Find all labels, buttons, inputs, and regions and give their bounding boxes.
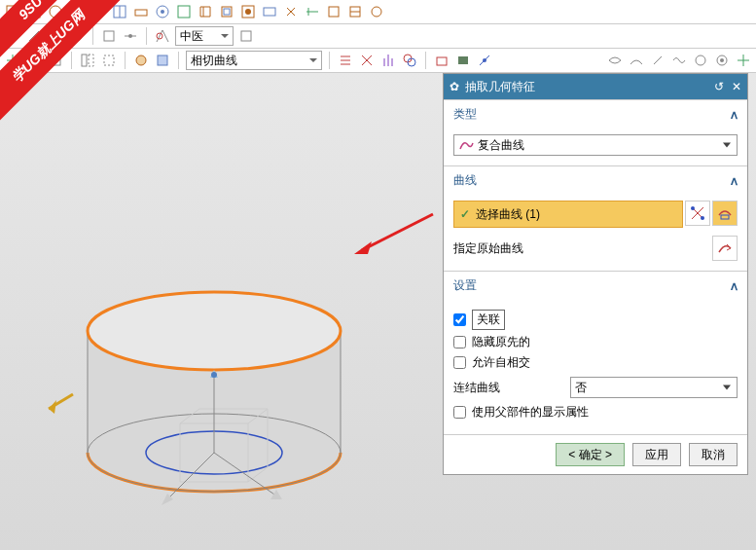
tb3-icon-r7[interactable] xyxy=(735,52,752,69)
svg-point-17 xyxy=(372,7,381,17)
svg-rect-25 xyxy=(89,55,93,66)
cancel-button[interactable]: 取消 xyxy=(689,443,738,466)
divider xyxy=(329,52,330,69)
gear-icon: ✿ xyxy=(450,80,459,93)
svg-rect-28 xyxy=(158,55,167,65)
tb-icon-18[interactable] xyxy=(368,3,385,20)
section-type-head[interactable]: 类型 ʌ xyxy=(444,100,747,128)
svg-point-51 xyxy=(691,206,695,210)
tb-icon-8[interactable] xyxy=(154,3,171,20)
panel-header[interactable]: ✿ 抽取几何特征 ↺ ✕ xyxy=(444,74,747,99)
chevron-up-icon: ʌ xyxy=(731,174,738,188)
join-combo[interactable]: 否 xyxy=(570,377,738,398)
cylinder-model xyxy=(68,277,360,540)
parent-disp-label: 使用父部件的显示属性 xyxy=(472,404,589,421)
svg-marker-47 xyxy=(270,490,282,499)
section-curve-head[interactable]: 曲线 ʌ xyxy=(444,166,747,195)
tb3-icon-8[interactable] xyxy=(337,52,354,69)
assoc-checkbox[interactable] xyxy=(453,313,466,326)
chevron-up-icon: ʌ xyxy=(731,108,738,122)
chevron-up-icon: ʌ xyxy=(731,279,738,293)
divider xyxy=(125,52,126,69)
tb3-icon-9[interactable] xyxy=(358,52,376,69)
tb2-icon-5[interactable] xyxy=(100,27,118,45)
section-type-title: 类型 xyxy=(453,106,477,123)
select-intent-btn[interactable] xyxy=(685,201,710,226)
svg-rect-53 xyxy=(721,215,729,219)
extract-geometry-panel: ✿ 抽取几何特征 ↺ ✕ 类型 ʌ 复合曲线 曲线 ʌ ✓ 选择曲线 xyxy=(443,73,748,475)
hide-orig-label: 隐藏原先的 xyxy=(472,334,530,350)
tb2-icon-8[interactable] xyxy=(237,27,255,45)
svg-rect-32 xyxy=(458,56,468,64)
orig-curve-btn[interactable] xyxy=(712,236,738,261)
svg-rect-26 xyxy=(104,55,114,65)
section-settings-title: 设置 xyxy=(453,277,477,294)
section-curve-title: 曲线 xyxy=(453,172,477,189)
panel-title: 抽取几何特征 xyxy=(465,79,535,95)
tb-icon-16[interactable] xyxy=(325,3,342,20)
tb3-icon-4[interactable] xyxy=(79,52,96,69)
assoc-label: 关联 xyxy=(472,310,505,330)
svg-rect-11 xyxy=(224,9,230,15)
select-curve-row[interactable]: ✓ 选择曲线 (1) xyxy=(453,201,683,228)
svg-rect-24 xyxy=(82,55,87,66)
tb3-icon-5[interactable] xyxy=(100,52,118,69)
filter-dropdown[interactable]: 相切曲线 xyxy=(186,51,322,70)
tb3-icon-r5[interactable] xyxy=(692,52,709,69)
tb-icon-11[interactable] xyxy=(218,3,235,20)
ok-button[interactable]: < 确定 > xyxy=(556,443,625,466)
tb3-icon-7[interactable] xyxy=(154,52,171,69)
svg-point-48 xyxy=(211,372,217,378)
svg-point-36 xyxy=(720,58,724,62)
tb3-icon-r6[interactable] xyxy=(713,52,731,69)
tb3-icon-11[interactable] xyxy=(401,52,418,69)
tb-icon-14[interactable] xyxy=(282,3,300,20)
divider xyxy=(92,27,93,45)
orig-curve-label: 指定原始曲线 xyxy=(453,240,523,257)
select-sketch-btn[interactable] xyxy=(712,201,738,226)
tb-icon-7[interactable] xyxy=(132,3,150,20)
type-combo-label: 复合曲线 xyxy=(478,137,524,154)
check-icon: ✓ xyxy=(460,207,470,221)
svg-point-34 xyxy=(696,55,705,65)
svg-point-13 xyxy=(245,9,251,15)
svg-point-8 xyxy=(161,10,164,14)
divider xyxy=(425,52,426,69)
tb3-icon-r2[interactable] xyxy=(628,52,645,69)
lang-dropdown[interactable]: 中医 xyxy=(175,26,234,46)
self-int-checkbox[interactable] xyxy=(453,356,466,369)
parent-disp-checkbox[interactable] xyxy=(453,406,466,419)
tb3-icon-14[interactable] xyxy=(476,52,493,69)
button-bar: < 确定 > 应用 取消 xyxy=(444,434,747,474)
tb3-icon-r4[interactable] xyxy=(670,52,688,69)
tb-icon-13[interactable] xyxy=(261,3,278,20)
svg-rect-9 xyxy=(178,6,190,18)
self-int-label: 允许自相交 xyxy=(472,354,530,371)
svg-point-27 xyxy=(136,55,146,65)
tb3-icon-10[interactable] xyxy=(379,52,397,69)
type-combo[interactable]: 复合曲线 xyxy=(453,134,738,156)
tb-icon-17[interactable] xyxy=(346,3,364,20)
section-settings-head[interactable]: 设置 ʌ xyxy=(444,272,747,300)
tb-icon-15[interactable] xyxy=(304,3,321,20)
toolbar-row-2: 中医 xyxy=(0,24,756,49)
svg-rect-6 xyxy=(135,10,147,16)
tb3-icon-13[interactable] xyxy=(454,52,472,69)
svg-point-33 xyxy=(483,58,486,62)
tb3-icon-r3[interactable] xyxy=(649,52,666,69)
tb3-icon-r1[interactable] xyxy=(606,52,624,69)
tb3-icon-12[interactable] xyxy=(433,52,450,69)
tb-icon-9[interactable] xyxy=(175,3,193,20)
panel-close-icon[interactable]: ✕ xyxy=(732,80,741,93)
apply-button[interactable]: 应用 xyxy=(632,443,681,466)
tb-icon-12[interactable] xyxy=(239,3,257,20)
tb2-icon-7[interactable] xyxy=(154,27,171,45)
tb-icon-10[interactable] xyxy=(197,3,214,20)
svg-rect-15 xyxy=(329,7,339,17)
divider xyxy=(178,52,179,69)
tb2-icon-6[interactable] xyxy=(122,27,139,45)
hide-orig-checkbox[interactable] xyxy=(453,336,466,348)
panel-undo-icon[interactable]: ↺ xyxy=(714,80,724,93)
tb3-icon-6[interactable] xyxy=(132,52,150,69)
svg-point-39 xyxy=(88,292,341,370)
